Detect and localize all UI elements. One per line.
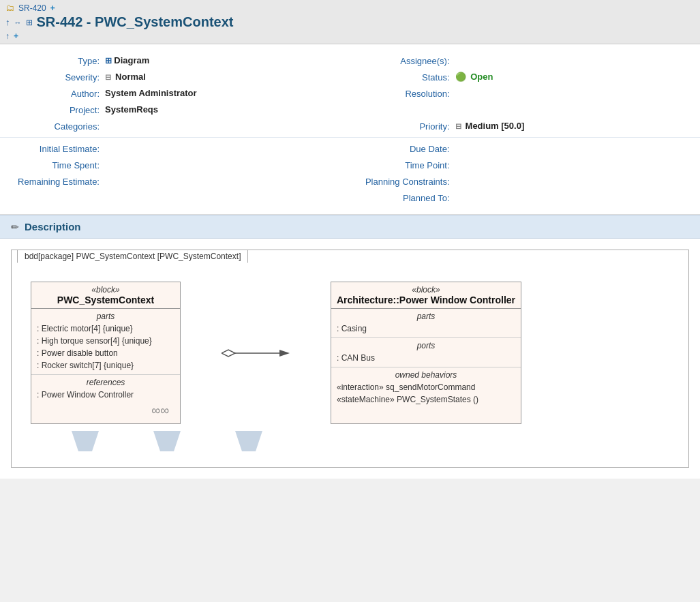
part-item-2: : High torque sensor[4] {unique} — [37, 335, 174, 347]
categories-row: Categories: — [0, 118, 350, 134]
project-row: Project: SystemReqs — [0, 102, 350, 118]
part-item-1: : Electric motor[4] {unique} — [37, 322, 174, 335]
diagram-container: bdd[package] PWC_SystemContext [PWC_Syst… — [11, 250, 689, 468]
initial-estimate-label: Initial Estimate: — [11, 143, 100, 154]
type-label: Type: — [11, 55, 100, 66]
breadcrumb-parent[interactable]: SR-420 — [18, 3, 46, 13]
uml-block-arch-name: Architecture::Power Window Controller — [337, 295, 515, 305]
project-value: SystemReqs — [105, 104, 158, 115]
severity-label: Severity: — [11, 72, 100, 82]
priority-label: Priority: — [361, 121, 450, 132]
sub-up-arrow[interactable]: ↑ — [5, 31, 10, 41]
connector-area — [222, 282, 290, 424]
description-bar: ✏ Description — [0, 215, 700, 239]
fields-grid: Type: ⊞ Diagram Severity: ⊟ Normal Autho… — [0, 52, 700, 134]
priority-icon: ⊟ — [455, 122, 463, 130]
severity-icon: ⊟ — [105, 73, 113, 81]
diagram-tab: bdd[package] PWC_SystemContext [PWC_Syst… — [17, 250, 248, 263]
planned-to-row: Planned To: — [350, 190, 701, 206]
time-spent-label: Time Spent: — [11, 160, 100, 170]
breadcrumb-row: 🗂 SR-420 + — [5, 3, 695, 13]
uml-block-pwc: «block» PWC_SystemContext parts : Electr… — [31, 282, 181, 424]
severity-value: ⊟ Normal — [105, 72, 146, 82]
due-date-row: Due Date: — [350, 140, 701, 157]
uml-block-arch-stereotype: «block» — [337, 285, 515, 295]
project-label: Project: — [11, 104, 100, 115]
main-content: Type: ⊞ Diagram Severity: ⊟ Normal Autho… — [0, 44, 700, 479]
arch-port-canbus: : CAN Bus — [337, 352, 515, 364]
divider — [0, 137, 700, 138]
remaining-estimate-label: Remaining Estimate: — [11, 176, 100, 187]
categories-label: Categories: — [11, 121, 100, 132]
author-value: System Administrator — [105, 88, 197, 98]
planning-constraints-label: Planning Constraints: — [361, 176, 450, 187]
due-date-label: Due Date: — [361, 143, 450, 154]
spacer-row — [350, 102, 701, 118]
spacer-label — [361, 104, 450, 105]
up-arrow-icon[interactable]: ↑ — [5, 17, 10, 27]
uml-block-arch: «block» Architecture::Power Window Contr… — [331, 282, 521, 424]
uml-block-arch-header: «block» Architecture::Power Window Contr… — [331, 282, 521, 309]
priority-row: Priority: ⊟ Medium [50.0] — [350, 118, 701, 134]
remaining-estimate-row: Remaining Estimate: — [0, 173, 350, 190]
part-item-3: : Power disable button — [37, 347, 174, 359]
ref-item-1: : Power Window Controller — [37, 389, 174, 401]
uml-block-pwc-stereotype: «block» — [37, 285, 174, 295]
planning-constraints-row: Planning Constraints: — [350, 173, 701, 190]
edit-icon[interactable]: ✏ — [11, 222, 19, 232]
arch-behaviors-title: owned behaviors — [337, 370, 515, 380]
fields-right: Assignee(s): Status: 🟢 Open Resolution: — [350, 52, 701, 134]
status-row: Status: 🟢 Open — [350, 69, 701, 85]
references-title: references — [37, 378, 174, 387]
fields-bottom-left: Initial Estimate: Time Spent: Remaining … — [0, 140, 350, 206]
type-value: ⊞ Diagram — [105, 55, 149, 65]
uml-block-pwc-header: «block» PWC_SystemContext — [31, 282, 180, 309]
diagram-inner: «block» PWC_SystemContext parts : Electr… — [17, 268, 683, 438]
top-bar: 🗂 SR-420 + ↑ ↔ ⊞ SR-442 - PWC_SystemCont… — [0, 0, 700, 44]
time-point-row: Time Point: — [350, 157, 701, 173]
description-title: Description — [25, 221, 81, 232]
arch-behavior-1: «interaction» sq_sendMotorCommand — [337, 381, 515, 393]
type-row: Type: ⊞ Diagram — [0, 52, 350, 69]
uml-block-arch-parts: parts : Casing — [331, 309, 521, 338]
status-open-icon: 🟢 — [455, 72, 466, 82]
priority-value: ⊟ Medium [50.0] — [455, 121, 525, 131]
diagram-section: bdd[package] PWC_SystemContext [PWC_Syst… — [0, 239, 700, 479]
uml-block-pwc-references: references : Power Window Controller ∞∞ — [31, 375, 180, 423]
time-point-label: Time Point: — [361, 160, 450, 170]
uml-block-arch-ports: ports : CAN Bus — [331, 338, 521, 367]
type-diagram-icon: ⊞ — [105, 56, 114, 65]
status-label: Status: — [361, 72, 450, 82]
connector-svg — [222, 343, 290, 363]
assignees-row: Assignee(s): — [350, 52, 701, 69]
uml-block-pwc-parts: parts : Electric motor[4] {unique} : Hig… — [31, 309, 180, 375]
fields-section: Type: ⊞ Diagram Severity: ⊟ Normal Autho… — [0, 44, 700, 215]
parts-title-1: parts — [37, 312, 174, 321]
fields-left: Type: ⊞ Diagram Severity: ⊟ Normal Autho… — [0, 52, 350, 134]
link-icon: ↔ — [14, 18, 22, 27]
time-spent-row: Time Spent: — [0, 157, 350, 173]
uml-block-pwc-name: PWC_SystemContext — [37, 295, 174, 305]
uml-block-arch-behaviors: owned behaviors «interaction» sq_sendMot… — [331, 367, 521, 408]
assignees-label: Assignee(s): — [361, 55, 450, 66]
arch-part-casing: : Casing — [337, 322, 515, 335]
fields-grid-bottom: Initial Estimate: Time Spent: Remaining … — [0, 140, 700, 206]
fields-bottom-right: Due Date: Time Point: Planning Constrain… — [350, 140, 701, 206]
severity-row: Severity: ⊟ Normal — [0, 69, 350, 85]
part-item-4: : Rocker switch[7] {unique} — [37, 359, 174, 372]
svg-marker-2 — [279, 350, 290, 357]
sub-plus[interactable]: + — [14, 31, 18, 41]
arch-parts-title: parts — [337, 312, 515, 321]
arch-ports-title: ports — [337, 341, 515, 350]
breadcrumb-plus[interactable]: + — [50, 3, 55, 13]
title-row: ↑ ↔ ⊞ SR-442 - PWC_SystemContext — [5, 14, 695, 30]
author-label: Author: — [11, 88, 100, 99]
page-title: SR-442 - PWC_SystemContext — [37, 14, 234, 30]
sub-actions-row: ↑ + — [5, 31, 695, 41]
arch-behavior-2: «stateMachine» PWC_SystemStates () — [337, 393, 515, 406]
folder-icon: 🗂 — [5, 3, 14, 13]
resolution-label: Resolution: — [361, 88, 450, 99]
planned-to-label: Planned To: — [361, 192, 450, 203]
initial-estimate-row: Initial Estimate: — [0, 140, 350, 157]
svg-marker-1 — [222, 350, 235, 357]
